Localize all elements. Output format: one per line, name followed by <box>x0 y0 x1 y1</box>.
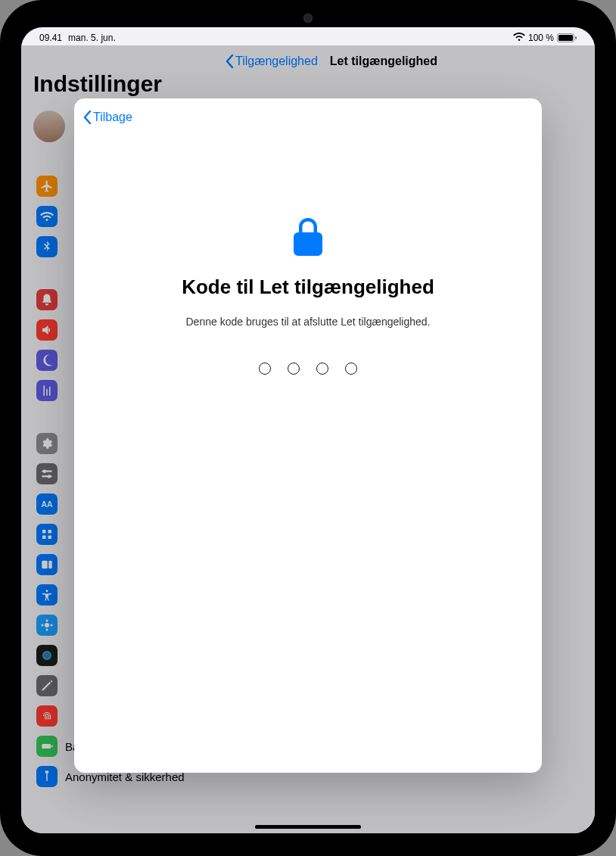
svg-rect-24 <box>575 36 577 39</box>
passcode-dot <box>345 363 357 375</box>
battery-percent: 100 % <box>528 33 554 43</box>
status-date: man. 5. jun. <box>68 33 116 43</box>
screen: Indstillinger <box>21 27 595 833</box>
modal-body: Kode til Let tilgængelighed Denne kode b… <box>74 136 542 773</box>
modal-back-label: Tilbage <box>93 111 132 124</box>
passcode-input[interactable] <box>259 363 357 375</box>
battery-status-icon <box>557 33 577 42</box>
lock-icon <box>292 218 324 259</box>
passcode-dot <box>288 363 300 375</box>
front-camera <box>303 14 313 23</box>
wifi-status-icon <box>513 33 525 44</box>
passcode-modal: Tilbage Kode til Let tilgængelighed Denn… <box>74 98 542 773</box>
passcode-dot <box>259 363 271 375</box>
ipad-frame: Indstillinger <box>0 0 616 856</box>
svg-rect-23 <box>558 35 573 41</box>
modal-title: Kode til Let tilgængelighed <box>182 275 434 299</box>
status-time: 09.41 <box>39 33 62 43</box>
chevron-left-icon <box>83 111 92 124</box>
status-bar: 09.41 man. 5. jun. 100 % <box>21 27 595 45</box>
home-indicator[interactable] <box>255 825 361 829</box>
modal-subtitle: Denne kode bruges til at afslutte Let ti… <box>156 316 461 328</box>
modal-nav: Tilbage <box>74 98 542 136</box>
modal-back-button[interactable]: Tilbage <box>83 111 132 124</box>
passcode-dot <box>316 363 328 375</box>
